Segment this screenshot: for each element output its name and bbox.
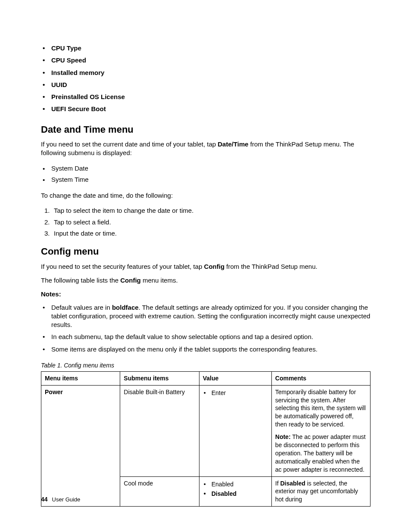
cell-value: Enabled Disabled	[199, 476, 271, 507]
cell-submenu: Disable Built-in Battery	[120, 385, 199, 476]
comment-note: Note: The ac power adapter must be disco…	[275, 433, 367, 473]
bold-term: boldface	[112, 304, 139, 311]
config-intro: If you need to set the security features…	[41, 262, 371, 271]
text: If you need to set the security features…	[41, 263, 204, 270]
date-time-intro: If you need to set the current date and …	[41, 140, 371, 158]
date-time-heading: Date and Time menu	[41, 123, 371, 136]
cell-comments: If Disabled is selected, the exterior ma…	[271, 476, 370, 507]
note-item: Default values are in boldface. The defa…	[41, 302, 371, 331]
cell-submenu: Cool mode	[120, 476, 199, 507]
list-item: System Date	[41, 163, 371, 174]
text: The following table lists the	[41, 277, 120, 284]
page-number: 44	[41, 496, 48, 503]
page-footer: 44User Guide	[41, 495, 80, 504]
notes-label: Notes:	[41, 290, 371, 299]
list-item: Installed memory	[41, 67, 371, 79]
table-row: Power Disable Built-in Battery Enter Tem…	[41, 385, 371, 476]
step-item: Tap to select a field.	[44, 217, 371, 228]
datetime-submenu-list: System Date System Time	[41, 163, 371, 186]
col-menu-items: Menu items	[41, 371, 120, 385]
text: Default values are in	[51, 304, 112, 311]
config-table-sentence: The following table lists the Config men…	[41, 276, 371, 285]
text: from the ThinkPad Setup menu.	[224, 263, 318, 270]
list-item: System Time	[41, 174, 371, 185]
footer-title: User Guide	[52, 496, 81, 503]
list-item: Preinstalled OS License	[41, 91, 371, 103]
step-item: Tap to select the item to change the dat…	[44, 205, 371, 216]
steps-list: Tap to select the item to change the dat…	[44, 205, 371, 239]
list-item: CPU Type	[41, 42, 371, 54]
bold-term: Config	[120, 277, 140, 284]
table-caption: Table 1. Config menu items	[41, 361, 371, 370]
text: menu items.	[141, 277, 178, 284]
col-comments: Comments	[271, 371, 370, 385]
col-value: Value	[199, 371, 271, 385]
bold-term: Date/Time	[218, 140, 248, 148]
table-header-row: Menu items Submenu items Value Comments	[41, 371, 371, 385]
note-item: Some items are displayed on the menu onl…	[41, 343, 371, 355]
cell-comments: Temporarily disable battery for servicin…	[271, 385, 370, 476]
bold-term: Disabled	[280, 480, 305, 487]
bold-term: Config	[204, 263, 224, 270]
notes-list: Default values are in boldface. The defa…	[41, 302, 371, 355]
step-item: Input the date or time.	[44, 228, 371, 239]
system-info-list: CPU Type CPU Speed Installed memory UUID…	[41, 42, 371, 115]
config-heading: Config menu	[41, 245, 371, 258]
list-item: UEFI Secure Boot	[41, 103, 371, 115]
change-intro: To change the date and time, do the foll…	[41, 191, 371, 200]
value-option: Enter	[203, 388, 268, 398]
cell-value: Enter	[199, 385, 271, 476]
comment-text: Temporarily disable battery for servicin…	[275, 388, 367, 429]
text: If	[275, 480, 280, 487]
page-content: CPU Type CPU Speed Installed memory UUID…	[41, 42, 371, 507]
note-item: In each submenu, tap the default value t…	[41, 331, 371, 343]
text: If you need to set the current date and …	[41, 140, 218, 148]
note-label: Note:	[275, 433, 291, 440]
config-table: Menu items Submenu items Value Comments …	[41, 371, 371, 507]
list-item: CPU Speed	[41, 54, 371, 66]
list-item: UUID	[41, 79, 371, 91]
cell-menu: Power	[41, 385, 120, 507]
col-submenu-items: Submenu items	[120, 371, 199, 385]
value-option-default: Disabled	[203, 489, 268, 499]
value-option: Enabled	[203, 479, 268, 489]
